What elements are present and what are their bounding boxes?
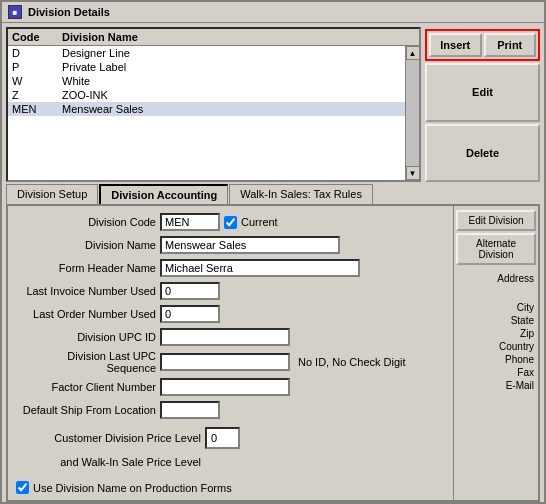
main-panel: Division Code Current Division Name Form… — [6, 204, 540, 502]
tab-walkin[interactable]: Walk-In Sales: Tax Rules — [229, 184, 373, 204]
content-area: Code Division Name D Designer Line P Pri… — [2, 23, 544, 504]
last-order-row: Last Order Number Used — [16, 304, 445, 324]
price-level-row: Customer Division Price Level — [16, 427, 445, 449]
current-label: Current — [241, 216, 278, 228]
right-sidebar: Edit Division Alternate Division Address… — [453, 206, 538, 500]
window-icon: ■ — [8, 5, 22, 19]
division-name-input[interactable] — [160, 236, 340, 254]
fax-label: Fax — [456, 367, 536, 378]
use-division-label: Use Division Name on Production Forms — [33, 482, 232, 494]
list-header: Code Division Name — [8, 29, 419, 46]
division-name-label: Division Name — [16, 239, 156, 251]
title-bar: ■ Division Details — [2, 2, 544, 23]
top-section: Code Division Name D Designer Line P Pri… — [6, 27, 540, 182]
last-order-label: Last Order Number Used — [16, 308, 156, 320]
division-last-upc-input[interactable] — [160, 353, 290, 371]
tabs-area: Division Setup Division Accounting Walk-… — [6, 184, 540, 204]
last-order-input[interactable] — [160, 305, 220, 323]
address-label: Address — [456, 273, 536, 284]
scroll-track — [406, 60, 420, 166]
last-invoice-row: Last Invoice Number Used — [16, 281, 445, 301]
no-id-text: No ID, No Check Digit — [298, 356, 406, 368]
use-division-checkbox[interactable] — [16, 481, 29, 494]
email-label: E-Mail — [456, 380, 536, 391]
default-ship-row: Default Ship From Location — [16, 400, 445, 420]
zip-label: Zip — [456, 328, 536, 339]
walkin-price-row: and Walk-In Sale Price Level — [16, 452, 445, 472]
list-item[interactable]: Z ZOO-INK — [8, 88, 405, 102]
list-body: D Designer Line P Private Label W White — [8, 46, 405, 180]
division-name-row: Division Name — [16, 235, 445, 255]
price-level-input[interactable] — [205, 427, 240, 449]
insert-print-group: Insert Print — [425, 29, 540, 61]
division-code-label: Division Code — [16, 216, 156, 228]
factor-client-row: Factor Client Number — [16, 377, 445, 397]
delete-button[interactable]: Delete — [425, 124, 540, 183]
division-list: Code Division Name D Designer Line P Pri… — [6, 27, 421, 182]
current-checkbox[interactable] — [224, 216, 237, 229]
form-header-label: Form Header Name — [16, 262, 156, 274]
last-invoice-label: Last Invoice Number Used — [16, 285, 156, 297]
walkin-price-label: and Walk-In Sale Price Level — [16, 456, 201, 468]
use-division-row: Use Division Name on Production Forms — [16, 481, 445, 494]
default-ship-label: Default Ship From Location — [16, 404, 156, 416]
list-item[interactable]: D Designer Line — [8, 46, 405, 60]
print-button[interactable]: Print — [484, 33, 537, 57]
left-form: Division Code Current Division Name Form… — [8, 206, 453, 500]
division-last-upc-label: Division Last UPC Sequence — [16, 350, 156, 374]
country-label: Country — [456, 341, 536, 352]
factor-client-label: Factor Client Number — [16, 381, 156, 393]
state-label: State — [456, 315, 536, 326]
division-upc-label: Division UPC ID — [16, 331, 156, 343]
city-label: City — [456, 302, 536, 313]
alternate-division-btn[interactable]: Alternate Division — [456, 233, 536, 265]
tab-setup[interactable]: Division Setup — [6, 184, 98, 204]
division-last-upc-row: Division Last UPC Sequence No ID, No Che… — [16, 350, 445, 374]
list-item[interactable]: W White — [8, 74, 405, 88]
edit-division-btn[interactable]: Edit Division — [456, 210, 536, 231]
edit-button[interactable]: Edit — [425, 63, 540, 122]
scroll-down-btn[interactable]: ▼ — [406, 166, 420, 180]
division-upc-row: Division UPC ID — [16, 327, 445, 347]
list-scrollbar[interactable]: ▲ ▼ — [405, 46, 419, 180]
phone-label: Phone — [456, 354, 536, 365]
scroll-up-btn[interactable]: ▲ — [406, 46, 420, 60]
window: ■ Division Details Code Division Name D … — [0, 0, 546, 504]
button-panel: Insert Print Edit Delete — [425, 27, 540, 182]
name-header: Division Name — [62, 31, 138, 43]
form-header-input[interactable] — [160, 259, 360, 277]
default-ship-input[interactable] — [160, 401, 220, 419]
form-header-row: Form Header Name — [16, 258, 445, 278]
list-item[interactable]: P Private Label — [8, 60, 405, 74]
list-item-selected[interactable]: MEN Menswear Sales — [8, 102, 405, 116]
tab-accounting[interactable]: Division Accounting — [99, 184, 228, 204]
division-code-input[interactable] — [160, 213, 220, 231]
customer-price-label: Customer Division Price Level — [16, 432, 201, 444]
factor-client-input[interactable] — [160, 378, 290, 396]
division-code-row: Division Code Current — [16, 212, 445, 232]
code-header: Code — [12, 31, 62, 43]
window-title: Division Details — [28, 6, 110, 18]
division-upc-input[interactable] — [160, 328, 290, 346]
insert-button[interactable]: Insert — [429, 33, 482, 57]
last-invoice-input[interactable] — [160, 282, 220, 300]
